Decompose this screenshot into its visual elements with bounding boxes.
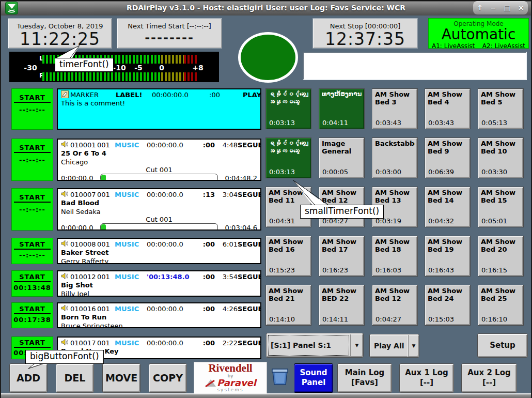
rivendell-logo: Rivendell by Paravel systems [194, 362, 267, 394]
panel-button[interactable]: AM ShowBed 140:04:32 [425, 187, 471, 227]
panel-button[interactable]: AM ShowBed 200:16:15 [478, 236, 524, 277]
panel-button[interactable]: AM ShowBed 120:04:27 [372, 285, 418, 326]
meter-tick: 0 [153, 64, 170, 72]
panel-button[interactable]: AM ShowBed 100:03:30 [478, 137, 524, 178]
shade-icon[interactable]: ↑ [477, 3, 483, 13]
callout-tail [288, 178, 330, 207]
move-button[interactable]: MOVE [102, 363, 140, 393]
message-area [303, 52, 527, 80]
marker-comment: This is a comment! [61, 99, 257, 107]
speaker-icon [61, 240, 70, 249]
mode-value: Automatic [429, 27, 528, 42]
operating-mode[interactable]: Operating Mode Automatic A1: LiveAssist … [428, 18, 529, 49]
aux1-log-button[interactable]: Aux 1 Log [--] [399, 363, 454, 393]
main-log-button[interactable]: Main Log [Favs] [337, 363, 392, 393]
panel-button[interactable]: AM ShowBed 170:16:23 [319, 236, 365, 277]
start-button[interactable]: START --:--:-- [11, 88, 53, 130]
aux2-log-button[interactable]: Aux 2 Log [--] [461, 363, 517, 393]
marker-icon [61, 90, 70, 100]
next-timed-start: Next Timed Start [--:--:--] -------- [117, 18, 222, 49]
panel-button[interactable]: AM ShowBed 30:03:43 [372, 88, 418, 129]
next-stop: Next Stop [00:00:00] 12:37:35 [312, 18, 418, 49]
speaker-icon [61, 141, 70, 149]
start-button[interactable]: START --:--:-- [11, 238, 53, 264]
next-timed-value: -------- [117, 30, 222, 45]
progress-bar [100, 223, 218, 231]
callout-big-button-font: bigButtonFont() [25, 350, 104, 364]
meter-tick: +8 [189, 64, 207, 72]
sound-panel-button[interactable]: Sound Panel [294, 363, 333, 393]
log-entry[interactable]: 010016 001 MUSIC 00:00:00.0 :00 4:26 SEG… [57, 302, 261, 328]
del-button[interactable]: DEL [56, 363, 94, 393]
panel-button[interactable]: ImageGeneral0:00:05 [319, 137, 365, 178]
minimize-icon[interactable]: − [490, 3, 496, 13]
next-stop-value: 12:37:35 [313, 30, 417, 49]
trash-icon[interactable] [270, 366, 290, 389]
panel-button[interactable]: AM ShowBed 210:14:10 [265, 285, 311, 326]
panel-selector[interactable]: [S:1] Panel S:1 ▼ [266, 333, 364, 358]
window-title: RDAirPlay v3.1.0 - Host: elastigirl User… [1, 0, 531, 16]
callout-timer-font: timerFont() [55, 58, 114, 72]
audio-meter: L R -30 -10 -5 0 +8 [9, 52, 219, 82]
panel-button[interactable]: AM ShowBed 190:16:43 [425, 236, 471, 277]
progress-bar [100, 174, 218, 181]
log-entry[interactable]: 010001 001 MUSIC 00:00:00.0 :00 4:48 SEG… [57, 139, 261, 181]
play-mode-select[interactable]: Play All ▼ [369, 334, 419, 358]
rdairplay-window: RDAirPlay v3.1.0 - Host: elastigirl User… [0, 0, 532, 398]
meter-tick: -30 [22, 64, 39, 72]
copy-button[interactable]: COPY [149, 363, 187, 393]
speaker-icon [61, 272, 70, 281]
maximize-icon[interactable]: □ [504, 3, 510, 13]
next-timed-label: Next Timed Start [--:--:--] [117, 22, 222, 30]
start-button[interactable]: START --:--:-- [11, 188, 53, 231]
start-button[interactable]: START 00:17:38 [11, 302, 53, 328]
log-entry[interactable]: 010012 001 MUSIC '00:13:48.0 :00 3:54 SE… [57, 270, 261, 297]
panel-button[interactable]: AM ShowBed 180:16:03 [372, 236, 418, 277]
panel-button[interactable]: AM ShowBed 160:15:23 [265, 236, 311, 277]
callout-small-timer-font: smallTimerFont() [300, 205, 384, 219]
close-icon[interactable]: × [518, 3, 524, 13]
paravel-triangle-icon [205, 378, 217, 388]
panel-button[interactable]: AM ShowBed 40:03:43 [425, 88, 471, 129]
panel-button[interactable]: ທາງຫ້ອງການ0:04:11 [319, 88, 365, 129]
chevron-down-icon: ▼ [408, 335, 419, 357]
panel-button[interactable]: AM ShowBed 240:15:03 [425, 285, 471, 326]
log-entry[interactable]: 010008 001 MUSIC 00:00:00.0 :00 6:01 SEG… [57, 238, 261, 264]
panel-button[interactable]: ရခိုင်ဝင့်ဆွေဖျူ၊အနုကမဆွေ0:03:13 [265, 137, 311, 178]
panel-button[interactable]: Backstabber0:03:00 [372, 137, 418, 178]
log-entry[interactable]: MARKER LABEL! 00:00:00.0 :00 PLAY This i… [57, 88, 261, 130]
mode-a2: A2: LiveAssist [482, 42, 525, 50]
setup-button[interactable]: Setup [477, 333, 528, 358]
main-area: Tuesday, October 8, 2019 11:22:25 Next T… [1, 16, 531, 398]
panel-button[interactable]: AM ShowBed 250:16:10 [478, 285, 524, 326]
mode-a1: A1: LiveAssist [432, 42, 475, 50]
speaker-icon [61, 304, 70, 313]
panel-button[interactable]: AM ShowBed 90:06:39 [425, 137, 471, 178]
panel-button[interactable]: AM ShowBed 150:05:01 [478, 187, 524, 227]
start-button[interactable]: START 00:13:48 [11, 270, 53, 297]
pie-counter [238, 32, 298, 83]
speaker-icon [61, 190, 70, 199]
meter-right-bar [42, 72, 198, 81]
start-button[interactable]: START --:--:-- [11, 139, 53, 181]
speaker-icon [61, 339, 70, 347]
panel-button[interactable]: ရခိုင်ဝင့်ဆွေဖျူ၊အနုကမဆွေ0:03:13 [265, 88, 311, 129]
panel-button[interactable]: AM ShowBed 50:05:13 [478, 88, 524, 129]
panel-button[interactable]: AM ShowBED 220:14:11 [319, 285, 365, 326]
titlebar: RDAirPlay v3.1.0 - Host: elastigirl User… [1, 0, 531, 16]
window-controls: ↑ − □ × [473, 1, 528, 14]
window-frame-bottom [1, 393, 531, 398]
log-entry[interactable]: 010007 001 MUSIC 00:00:00.0 :13 3:04 SEG… [57, 188, 261, 231]
meter-tick: -5 [130, 64, 147, 72]
chevron-down-icon: ▼ [350, 334, 363, 356]
